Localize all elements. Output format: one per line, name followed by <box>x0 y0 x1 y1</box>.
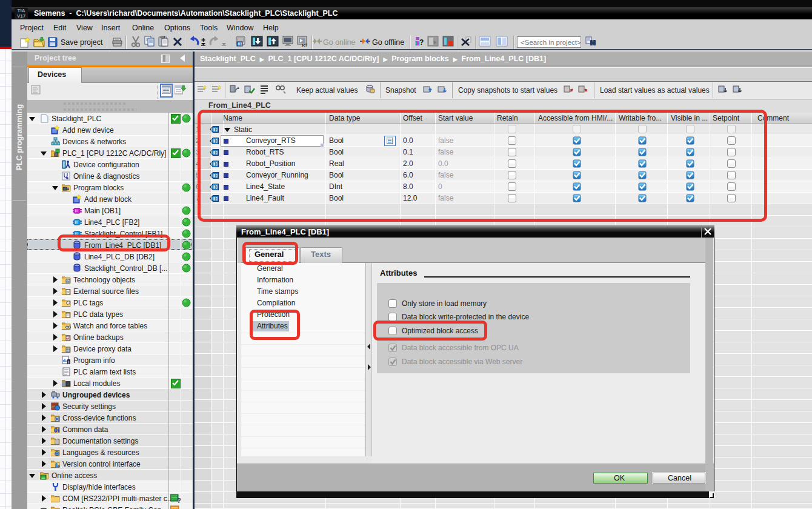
svg-text:?: ? <box>419 38 424 47</box>
svg-text:A: A <box>58 464 60 468</box>
svg-text:RT: RT <box>302 43 308 47</box>
svg-text:01: 01 <box>238 42 243 46</box>
svg-text:i: i <box>68 360 70 364</box>
